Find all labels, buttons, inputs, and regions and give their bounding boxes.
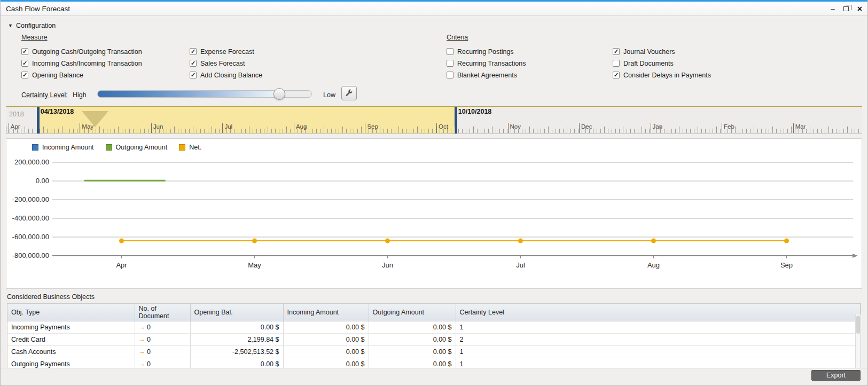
cash-flow-chart: 200,000.000.00-200,000.00-400,000.00-600… <box>6 139 862 288</box>
checkbox-recurring-transactions[interactable]: Recurring Transactions <box>447 59 526 67</box>
close-button[interactable]: × <box>857 5 862 13</box>
col-header-incoming-amount[interactable]: Incoming Amount <box>283 304 369 321</box>
checkbox-consider-delays-in-payments[interactable]: ✓ Consider Delays in Payments <box>613 71 711 79</box>
checkbox-label: Opening Balance <box>32 72 83 79</box>
chart-legend: Incoming Amount Outgoing Amount Net. <box>32 144 201 151</box>
checkbox-label: Recurring Transactions <box>457 60 526 67</box>
timeline-month-label: Jan <box>651 123 663 133</box>
checkbox-expense-forecast[interactable]: ✓ Expense Forecast <box>190 48 262 56</box>
checkbox-add-closing-balance[interactable]: ✓ Add Closing Balance <box>190 71 262 79</box>
checkbox-icon: ✓ <box>190 60 197 67</box>
legend-label: Incoming Amount <box>42 144 94 151</box>
checkbox-recurring-postings[interactable]: Recurring Postings <box>447 48 526 56</box>
certainty-low-label: Low <box>323 91 335 99</box>
checkbox-sales-forecast[interactable]: ✓ Sales Forecast <box>190 59 262 67</box>
timeline-month-label: Feb <box>722 123 734 133</box>
legend-item-incoming: Incoming Amount <box>32 144 94 151</box>
doc-count: 0 <box>147 348 151 356</box>
checkbox-icon <box>613 60 620 67</box>
timeline-month-label: Sep <box>365 123 378 133</box>
certainty-high-label: High <box>73 91 87 99</box>
outgoing-swatch-icon <box>106 144 112 151</box>
svg-text:0.00: 0.00 <box>36 177 49 185</box>
checkbox-outgoing-cash-outgoing-transaction[interactable]: ✓ Outgoing Cash/Outgoing Transaction <box>21 48 142 56</box>
checkbox-label: Recurring Postings <box>457 48 514 56</box>
legend-label: Outgoing Amount <box>116 144 168 151</box>
checkbox-journal-vouchers[interactable]: ✓ Journal Vouchers <box>613 48 711 56</box>
checkbox-icon: ✓ <box>21 48 28 55</box>
timeline-month-label: Jul <box>222 123 232 133</box>
checkbox-icon <box>447 72 453 78</box>
measure-checkbox-column-2: ✓ Expense Forecast ✓ Sales Forecast ✓ Ad… <box>190 48 262 79</box>
cell-no-of-document: →0 <box>135 334 190 346</box>
checkbox-label: Outgoing Cash/Outgoing Transaction <box>32 48 142 56</box>
cell-opening-bal: 2,199.84 $ <box>190 334 283 346</box>
svg-text:-200,000.00: -200,000.00 <box>12 195 49 203</box>
svg-text:Apr: Apr <box>116 261 127 269</box>
scrollbar-thumb[interactable] <box>856 316 860 334</box>
checkbox-label: Blanket Agreements <box>457 72 517 79</box>
footer-bar: Export <box>1 368 867 385</box>
legend-item-net: Net. <box>179 144 201 151</box>
date-range-timeline[interactable]: 2018 04/13/2018 10/10/2018 AprMayJunJulA… <box>6 106 862 134</box>
selection-end-date: 10/10/2018 <box>458 108 492 115</box>
link-arrow-icon[interactable]: → <box>139 360 146 368</box>
checkbox-label: Incoming Cash/Incoming Transaction <box>32 60 142 67</box>
checkbox-label: Add Closing Balance <box>200 72 262 79</box>
col-header-obj-type[interactable]: Obj. Type <box>7 304 135 321</box>
checkbox-icon: ✓ <box>613 48 620 55</box>
legend-label: Net. <box>189 144 201 151</box>
svg-text:-600,000.00: -600,000.00 <box>12 233 49 241</box>
slider-handle[interactable] <box>273 88 285 100</box>
checkbox-label: Expense Forecast <box>200 48 254 56</box>
table-row-credit-card[interactable]: Credit Card →0 2,199.84 $ 0.00 $ 0.00 $ … <box>7 334 861 346</box>
export-button[interactable]: Export <box>811 370 861 381</box>
checkbox-label: Sales Forecast <box>200 60 245 67</box>
link-arrow-icon[interactable]: → <box>139 348 146 356</box>
title-bar: Cash Flow Forecast – × <box>1 0 867 16</box>
checkbox-label: Journal Vouchers <box>623 48 675 56</box>
svg-text:May: May <box>248 261 261 269</box>
considered-business-objects-title: Considered Business Objects <box>7 293 867 301</box>
col-header-outgoing-amount[interactable]: Outgoing Amount <box>369 304 456 321</box>
link-arrow-icon[interactable]: → <box>139 324 146 331</box>
checkbox-incoming-cash-incoming-transaction[interactable]: ✓ Incoming Cash/Incoming Transaction <box>21 59 142 67</box>
net-swatch-icon <box>179 144 185 151</box>
timeline-month-label: Oct <box>436 123 448 133</box>
criteria-checkbox-column-1: Recurring Postings Recurring Transaction… <box>447 48 526 79</box>
configuration-panel: ▼ Configuration Measure Criteria ✓ Outgo… <box>1 16 867 106</box>
svg-text:Sep: Sep <box>780 261 793 269</box>
timeline-month-label: Apr <box>9 123 20 133</box>
cell-obj-type: Credit Card <box>7 334 135 346</box>
checkbox-draft-documents[interactable]: Draft Documents <box>613 59 711 67</box>
table-row-incoming-payments[interactable]: Incoming Payments →0 0.00 $ 0.00 $ 0.00 … <box>7 321 861 334</box>
certainty-level-slider[interactable] <box>97 90 312 98</box>
minimize-button[interactable]: – <box>831 5 834 12</box>
cell-certainty-level: 2 <box>456 334 861 346</box>
cell-no-of-document: →0 <box>135 346 190 358</box>
wrench-icon <box>345 89 353 97</box>
restore-button[interactable] <box>843 6 849 11</box>
doc-count: 0 <box>147 360 151 368</box>
legend-item-outgoing: Outgoing Amount <box>106 144 168 151</box>
checkbox-blanket-agreements[interactable]: Blanket Agreements <box>447 71 526 79</box>
checkbox-icon: ✓ <box>190 72 197 78</box>
svg-text:Jun: Jun <box>382 261 393 269</box>
col-header-opening-bal[interactable]: Opening Bal. <box>190 304 283 321</box>
cell-outgoing-amount: 0.00 $ <box>369 334 456 346</box>
checkbox-icon: ✓ <box>613 72 620 78</box>
col-header-certainty-level[interactable]: Certainty Level <box>456 304 861 321</box>
table-scrollbar[interactable] <box>855 314 861 370</box>
cell-obj-type: Cash Accounts <box>7 346 135 358</box>
business-objects-table-wrap: Obj. Type No. of Document Opening Bal. I… <box>7 303 861 370</box>
configuration-toggle[interactable]: ▼ Configuration <box>8 22 56 29</box>
col-header-no-of-document[interactable]: No. of Document <box>135 304 190 321</box>
timeline-year-label: 2018 <box>9 111 24 118</box>
checkbox-opening-balance[interactable]: ✓ Opening Balance <box>21 71 142 79</box>
configuration-label: Configuration <box>16 22 56 29</box>
certainty-settings-button[interactable] <box>341 86 357 100</box>
table-row-cash-accounts[interactable]: Cash Accounts →0 -2,502,513.52 $ 0.00 $ … <box>7 346 861 358</box>
svg-text:-400,000.00: -400,000.00 <box>12 214 49 222</box>
doc-count: 0 <box>147 324 151 331</box>
link-arrow-icon[interactable]: → <box>139 336 146 343</box>
